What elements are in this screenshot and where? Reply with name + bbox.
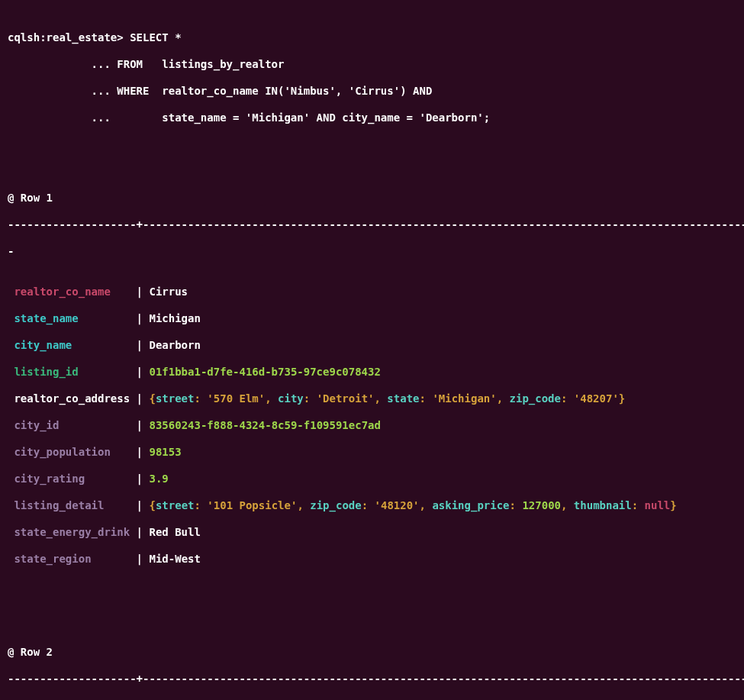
value: Michigan bbox=[149, 312, 200, 324]
blank-line bbox=[8, 592, 736, 606]
cql-prompt-line-2: ... FROM listings_by_realtor bbox=[8, 58, 736, 72]
udt-key: state bbox=[387, 392, 419, 405]
udt-val: '101 Popsicle' bbox=[207, 499, 297, 511]
key-label: state_energy_drink bbox=[14, 526, 130, 538]
key-label: listing_id bbox=[14, 366, 78, 378]
value: Dearborn bbox=[149, 339, 200, 351]
udt-val: 'Michigan' bbox=[432, 392, 496, 405]
value: Mid-West bbox=[149, 553, 200, 565]
prompt-prefix: cqlsh:real_estate> bbox=[8, 31, 130, 44]
field-city-population: city_population | 98153 bbox=[8, 446, 736, 460]
prompt-cont: ... bbox=[8, 58, 117, 70]
value: 01f1bba1-d7fe-416d-b735-97ce9c078432 bbox=[149, 366, 380, 378]
value: 98153 bbox=[149, 446, 181, 458]
key-label: city_id bbox=[14, 419, 59, 431]
key-label: state_name bbox=[14, 312, 78, 324]
field-state-name: state_name | Michigan bbox=[8, 312, 736, 326]
sql-select: SELECT * bbox=[130, 31, 181, 44]
udt-key: zip_code bbox=[310, 499, 361, 511]
key-label: state_region bbox=[14, 553, 91, 565]
field-listing-detail: listing_detail | {street: '101 Popsicle'… bbox=[8, 499, 736, 513]
udt-val: 'Detroit' bbox=[317, 392, 375, 405]
field-city-rating: city_rating | 3.9 bbox=[8, 473, 736, 486]
field-listing-id: listing_id | 01f1bba1-d7fe-416d-b735-97c… bbox=[8, 366, 736, 379]
value: Cirrus bbox=[149, 285, 188, 298]
udt-key: asking_price bbox=[432, 499, 509, 511]
key-label: city_name bbox=[14, 339, 72, 351]
row-separator: --------------------+-------------------… bbox=[8, 218, 736, 232]
udt-val: '48207' bbox=[574, 392, 619, 405]
value: 83560243-f888-4324-8c59-f109591ec7ad bbox=[149, 419, 380, 431]
prompt-cont: ... bbox=[8, 85, 117, 97]
row-separator-tail: - bbox=[8, 245, 736, 259]
terminal-output[interactable]: cqlsh:real_estate> SELECT * ... FROM lis… bbox=[0, 0, 744, 700]
blank-line bbox=[8, 138, 736, 152]
sql-where-1: WHERE realtor_co_name IN('Nimbus', 'Cirr… bbox=[117, 85, 432, 97]
key-label: city_rating bbox=[14, 473, 85, 485]
field-state-region: state_region | Mid-West bbox=[8, 553, 736, 566]
sql-where-2: state_name = 'Michigan' AND city_name = … bbox=[117, 111, 490, 124]
field-city-name: city_name | Dearborn bbox=[8, 339, 736, 353]
udt-val: '570 Elm' bbox=[207, 392, 265, 405]
udt-val: '48120' bbox=[375, 499, 420, 511]
key-label: realtor_co_name bbox=[14, 285, 110, 298]
value: Red Bull bbox=[149, 526, 200, 538]
prompt-cont: ... bbox=[8, 111, 117, 124]
field-city-id: city_id | 83560243-f888-4324-8c59-f10959… bbox=[8, 419, 736, 433]
value: 3.9 bbox=[149, 473, 168, 485]
udt-val: null bbox=[645, 499, 671, 511]
sql-from: FROM listings_by_realtor bbox=[117, 58, 284, 70]
udt-key: street bbox=[156, 392, 195, 405]
row-separator: --------------------+-------------------… bbox=[8, 673, 736, 686]
udt-key: city bbox=[278, 392, 304, 405]
cql-prompt-line-4: ... state_name = 'Michigan' AND city_nam… bbox=[8, 111, 736, 125]
key-label: city_population bbox=[14, 446, 110, 458]
key-label: listing_detail bbox=[14, 499, 104, 511]
key-label: realtor_co_address bbox=[14, 392, 130, 405]
udt-val: 127000 bbox=[522, 499, 561, 511]
table-row: realtor_co_name | Cirrus state_name | Mi… bbox=[8, 272, 736, 579]
field-realtor-co-address: realtor_co_address | {street: '570 Elm',… bbox=[8, 392, 736, 406]
field-realtor-co-name: realtor_co_name | Cirrus bbox=[8, 285, 736, 299]
cql-prompt-line-3: ... WHERE realtor_co_name IN('Nimbus', '… bbox=[8, 85, 736, 98]
udt-key: zip_code bbox=[510, 392, 561, 405]
cql-prompt-line-1: cqlsh:real_estate> SELECT * bbox=[8, 31, 736, 45]
row-header: @ Row 2 bbox=[8, 646, 736, 660]
row-header: @ Row 1 bbox=[8, 192, 736, 205]
udt-key: thumbnail bbox=[574, 499, 632, 511]
udt-key: street bbox=[156, 499, 195, 511]
field-state-energy-drink: state_energy_drink | Red Bull bbox=[8, 526, 736, 540]
